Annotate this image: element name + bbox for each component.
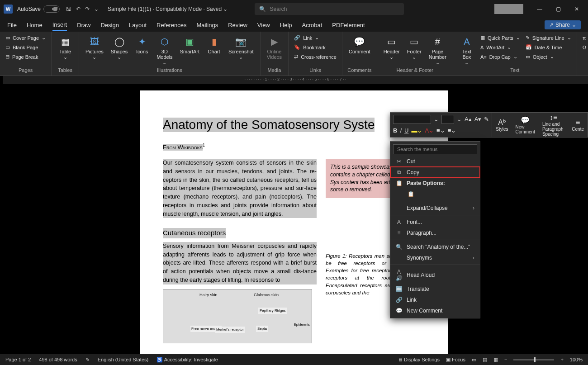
new-comment-button[interactable]: 💬New Comment <box>512 113 539 137</box>
tab-acrobat[interactable]: Acrobat <box>302 20 322 30</box>
tab-references[interactable]: References <box>156 20 186 30</box>
document-subhead[interactable]: From Wikibooks <box>163 144 203 151</box>
menu-search-selection[interactable]: 🔍Search "Anatomy of the..." <box>390 242 480 252</box>
text-box-button[interactable]: AText Box⌄ <box>457 33 477 67</box>
italic-button[interactable]: I <box>400 127 402 134</box>
wordart-button[interactable]: AWordArt⌄ <box>479 43 522 52</box>
tab-file[interactable]: File <box>7 20 17 30</box>
menu-font[interactable]: AFont... <box>390 217 480 228</box>
page-number-button[interactable]: #Page Number⌄ <box>426 33 449 67</box>
quick-parts-button[interactable]: ▦Quick Parts⌄ <box>479 33 522 42</box>
document-title[interactable]: Sample File (1)(1) · Compatibility Mode … <box>108 6 228 12</box>
zoom-slider[interactable] <box>513 359 554 360</box>
3dmodels-button[interactable]: ⬡3D Models⌄ <box>154 33 175 67</box>
autosave-toggle[interactable]: AutoSave Off <box>17 5 60 13</box>
center-button[interactable]: ≡Cente <box>568 113 588 137</box>
shapes-button[interactable]: ◯Shapes⌄ <box>108 33 130 62</box>
menu-paste-options[interactable]: 📋Paste Options: <box>390 178 480 189</box>
horizontal-ruler[interactable]: · · · · · · · · · 1 · · · · 2 · · · · 3 … <box>3 76 588 84</box>
menu-synonyms[interactable]: Synonyms› <box>390 252 480 263</box>
shrink-font-icon[interactable]: A▾ <box>474 116 482 123</box>
page-indicator[interactable]: Page 1 of 2 <box>5 357 31 362</box>
menu-read-aloud[interactable]: A🔊Read Aloud <box>390 266 480 284</box>
object-button[interactable]: ▭Object⌄ <box>524 52 573 61</box>
spell-check-icon[interactable]: ✎ <box>85 357 90 363</box>
bookmark-button[interactable]: 🔖Bookmark <box>292 43 338 52</box>
screenshot-button[interactable]: 📷Screenshot⌄ <box>226 33 256 62</box>
document-heading[interactable]: Anatomy of the Somatosensory Syste <box>163 118 375 132</box>
display-settings-button[interactable]: 🖥 Display Settings <box>398 357 440 362</box>
tab-insert[interactable]: Insert <box>52 19 67 31</box>
undo-icon[interactable]: ↶ <box>76 6 81 12</box>
user-account[interactable] <box>494 4 523 14</box>
bullets-icon[interactable]: ≡⌄ <box>436 127 445 134</box>
zoom-in-button[interactable]: + <box>560 357 563 362</box>
underline-button[interactable]: U <box>404 127 408 134</box>
tab-pdfelement[interactable]: PDFelement <box>332 20 365 30</box>
toggle-switch[interactable]: Off <box>43 5 60 13</box>
menu-expand-collapse[interactable]: Expand/Collapse› <box>390 203 480 213</box>
bold-button[interactable]: B <box>393 127 397 134</box>
redo-icon[interactable]: ↷ <box>85 6 90 12</box>
menu-new-comment[interactable]: 💬New Comment <box>390 305 480 316</box>
font-color-icon[interactable]: A⌄ <box>425 127 434 134</box>
highlight-icon[interactable]: ▬⌄ <box>411 127 422 134</box>
pictures-button[interactable]: 🖼Pictures⌄ <box>83 33 106 62</box>
menu-link[interactable]: 🔗Link <box>390 294 480 305</box>
share-button[interactable]: ↗Share⌄ <box>545 20 581 29</box>
chevron-down-icon[interactable]: ⌄ <box>434 116 439 123</box>
minimize-icon[interactable]: — <box>537 6 542 12</box>
grow-font-icon[interactable]: A▴ <box>465 116 472 123</box>
link-button[interactable]: 🔗Link⌄ <box>292 33 338 42</box>
cross-reference-button[interactable]: ⇄Cross-reference <box>292 52 338 61</box>
table-button[interactable]: ▦Table⌄ <box>55 33 75 62</box>
chart-button[interactable]: ▮Chart <box>204 33 224 56</box>
tab-help[interactable]: Help <box>280 20 292 30</box>
word-count[interactable]: 498 of 498 words <box>39 357 77 362</box>
tab-view[interactable]: View <box>257 20 270 30</box>
line-spacing-button[interactable]: ↕≡Line and Paragraph Spacing <box>539 113 568 137</box>
zoom-level[interactable]: 100% <box>570 357 583 362</box>
footnote-ref[interactable]: 1 <box>203 143 205 148</box>
online-videos-button[interactable]: ▶Online Videos <box>264 33 285 62</box>
equation-button[interactable]: πEquation⌄ <box>581 33 588 42</box>
close-icon[interactable]: ✕ <box>574 6 579 12</box>
zoom-out-button[interactable]: − <box>504 357 507 362</box>
tab-home[interactable]: Home <box>27 20 43 30</box>
paste-option-keep-source[interactable]: 📋 <box>402 189 480 199</box>
qat-more-icon[interactable]: ⌄ <box>94 6 99 12</box>
smartart-button[interactable]: ▣SmartArt <box>177 33 202 56</box>
drop-cap-button[interactable]: A≡Drop Cap⌄ <box>479 52 522 61</box>
signature-line-button[interactable]: ✎Signature Line⌄ <box>524 33 573 42</box>
save-icon[interactable]: 🖫 <box>66 6 71 12</box>
search-bar[interactable]: 🔍 Search <box>255 3 404 15</box>
language-indicator[interactable]: English (United States) <box>98 357 149 362</box>
accessibility-indicator[interactable]: ♿ Accessibility: Investigate <box>156 357 218 363</box>
numbering-icon[interactable]: ≡⌄ <box>448 127 456 134</box>
figure-image[interactable]: Hairy skin Glabrous skin Papillary Ridge… <box>163 289 312 343</box>
font-name-input[interactable] <box>393 115 431 124</box>
paragraph-1[interactable]: Our somatosensory system consists of sen… <box>163 159 317 218</box>
maximize-icon[interactable]: ▢ <box>556 6 561 12</box>
menu-copy[interactable]: ⧉Copy <box>390 167 480 178</box>
focus-button[interactable]: ▣ Focus <box>446 357 465 363</box>
heading-2[interactable]: Cutaneous receptors <box>163 228 226 238</box>
paragraph-2[interactable]: Sensory information from Meissner corpus… <box>163 242 317 284</box>
date-time-button[interactable]: 📅Date & Time <box>524 43 573 52</box>
comment-button[interactable]: 💬Comment <box>346 33 373 56</box>
menu-search-input[interactable]: Search the menus <box>393 144 477 154</box>
tab-review[interactable]: Review <box>228 20 247 30</box>
view-print-icon[interactable]: ▤ <box>483 357 487 363</box>
tab-layout[interactable]: Layout <box>129 20 147 30</box>
tab-draw[interactable]: Draw <box>77 20 90 30</box>
cover-page-button[interactable]: ▭Cover Page⌄ <box>4 33 47 42</box>
page-break-button[interactable]: ⊟Page Break <box>4 52 47 61</box>
tab-mailings[interactable]: Mailings <box>197 20 218 30</box>
chevron-down-icon[interactable]: ⌄ <box>457 116 462 123</box>
menu-cut[interactable]: ✂Cut <box>390 156 480 167</box>
footer-button[interactable]: ▭Footer⌄ <box>404 33 424 62</box>
view-web-icon[interactable]: ▦ <box>493 357 498 363</box>
font-size-input[interactable] <box>441 115 454 124</box>
menu-paragraph[interactable]: ≡Paragraph... <box>390 228 480 238</box>
styles-button[interactable]: AᵇStyles <box>492 113 512 137</box>
